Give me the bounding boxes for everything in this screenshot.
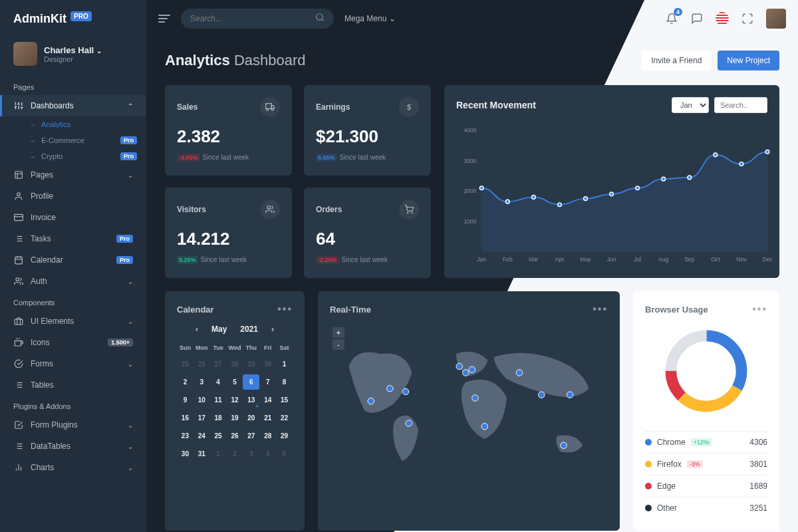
calendar-day[interactable]: 12 [227,392,243,408]
calendar-prev[interactable]: ‹ [196,325,198,334]
calendar-day[interactable]: 29 [243,356,259,372]
calendar-day[interactable]: 26 [227,428,243,444]
calendar-day[interactable]: 26 [194,356,210,372]
browser-name: Firefox [657,460,682,469]
calendar-day[interactable]: 23 [177,428,194,444]
calendar-day[interactable]: 5 [227,374,243,390]
sidebar-item-charts[interactable]: Charts⌄ [0,457,146,478]
zoom-in[interactable]: + [332,327,344,338]
brand-name: AdminKit [13,12,66,26]
sidebar-sub-analytics[interactable]: →Analytics [0,116,146,132]
calendar-day[interactable]: 19 [227,410,243,426]
calendar-day[interactable]: 20 [243,410,259,426]
sidebar-sub-ecommerce[interactable]: →E-CommercePro [0,132,146,148]
calendar-day[interactable]: 11 [210,392,227,408]
sidebar-item-calendar[interactable]: CalendarPro [0,249,146,271]
calendar-day[interactable]: 16 [177,410,194,426]
topbar-avatar[interactable] [766,9,786,29]
sidebar-item-ui[interactable]: UI Elements⌄ [0,311,146,332]
bell-icon[interactable]: 4 [665,12,678,25]
calendar-card: Calendar••• ‹ May 2021 › SunMonTueWedThu… [165,291,305,531]
movement-month-select[interactable]: Jan [672,97,709,113]
calendar-day[interactable]: 22 [276,410,293,426]
new-project-button[interactable]: New Project [718,51,779,70]
more-icon[interactable]: ••• [277,303,293,315]
calendar-day[interactable]: 8 [276,374,293,390]
chevron-up-icon: ⌃ [128,102,133,110]
sidebar-item-invoice[interactable]: Invoice [0,207,146,228]
svg-rect-13 [15,214,23,220]
calendar-day[interactable]: 27 [243,428,259,444]
browser-row: Edge1689 [645,475,767,497]
calendar-day[interactable]: 30 [177,446,194,462]
calendar-day[interactable]: 3 [194,374,210,390]
section-components: Components [0,292,146,311]
calendar-day[interactable]: 10 [194,392,210,408]
calendar-day[interactable]: 9 [177,392,194,408]
message-icon[interactable] [690,12,704,25]
chevron-down-icon: ⌄ [128,278,133,285]
browser-list: Chrome+12%4306Firefox-3%3801Edge1689Othe… [645,431,767,519]
calendar-day[interactable]: 1 [210,446,227,462]
sidebar-item-tasks[interactable]: TasksPro [0,228,146,249]
search-input[interactable] [190,14,315,23]
sidebar-item-profile[interactable]: Profile [0,186,146,207]
movement-search[interactable] [714,97,767,113]
calendar-day[interactable]: 1 [276,356,293,372]
sidebar-item-icons[interactable]: Icons1.500+ [0,332,146,353]
calendar-day[interactable]: 7 [259,374,276,390]
calendar-day[interactable]: 18 [210,410,227,426]
svg-text:Aug: Aug [658,256,668,263]
check-circle-icon [13,358,24,369]
calendar-day[interactable]: 6 [243,374,259,390]
sidebar-item-datatables[interactable]: DataTables⌄ [0,436,146,457]
list-icon [13,441,24,452]
calendar-day[interactable]: 28 [227,356,243,372]
calendar-day[interactable]: 25 [210,428,227,444]
calendar-next[interactable]: › [271,325,274,334]
calendar-day[interactable]: 4 [259,446,276,462]
search-box[interactable] [181,9,334,29]
invite-button[interactable]: Invite a Friend [642,51,711,70]
calendar-day[interactable]: 30 [259,356,276,372]
calendar-day[interactable]: 27 [210,356,227,372]
sidebar-sub-crypto[interactable]: →CryptoPro [0,148,146,164]
brand[interactable]: AdminKit PRO [0,0,146,35]
calendar-day[interactable]: 24 [194,428,210,444]
calendar-day[interactable]: 29 [276,428,293,444]
calendar-day[interactable]: 31 [194,446,210,462]
language-flag[interactable] [716,12,729,25]
zoom-out[interactable]: - [332,339,344,350]
sidebar-item-form-plugins[interactable]: Form Plugins⌄ [0,414,146,436]
svg-point-68 [739,162,743,166]
more-icon[interactable]: ••• [752,303,767,315]
svg-point-86 [456,363,463,370]
sidebar-item-forms[interactable]: Forms⌄ [0,353,146,374]
more-icon[interactable]: ••• [593,303,608,315]
calendar-day[interactable]: 25 [177,356,194,372]
calendar-day[interactable]: 15 [276,392,293,408]
calendar-day[interactable]: 21 [259,410,276,426]
sidebar-item-dashboards[interactable]: Dashboards ⌃ [0,95,146,116]
user-block[interactable]: Charles Hall ⌄ Designer [0,35,146,76]
sidebar-item-tables[interactable]: Tables [0,374,146,396]
calendar-day[interactable]: 3 [243,446,259,462]
calendar-day[interactable]: 2 [227,446,243,462]
calendar-day[interactable]: 5 [276,446,293,462]
calendar-day[interactable]: 17 [194,410,210,426]
world-map[interactable] [330,325,608,484]
sidebar-item-pages[interactable]: Pages⌄ [0,164,146,186]
calendar-day[interactable]: 28 [259,428,276,444]
calendar-day[interactable]: 4 [210,374,227,390]
svg-text:Dec: Dec [762,256,773,263]
chevron-down-icon: ⌄ [128,422,133,429]
calendar-day[interactable]: 13 [243,392,259,408]
mega-menu[interactable]: Mega Menu⌄ [344,14,396,23]
maximize-icon[interactable] [741,12,754,25]
calendar-day[interactable]: 14 [259,392,276,408]
sidebar-item-auth[interactable]: Auth⌄ [0,271,146,292]
arrow-icon: → [29,153,36,160]
menu-toggle[interactable] [158,15,170,23]
truck-icon [260,97,280,117]
calendar-day[interactable]: 2 [177,374,194,390]
